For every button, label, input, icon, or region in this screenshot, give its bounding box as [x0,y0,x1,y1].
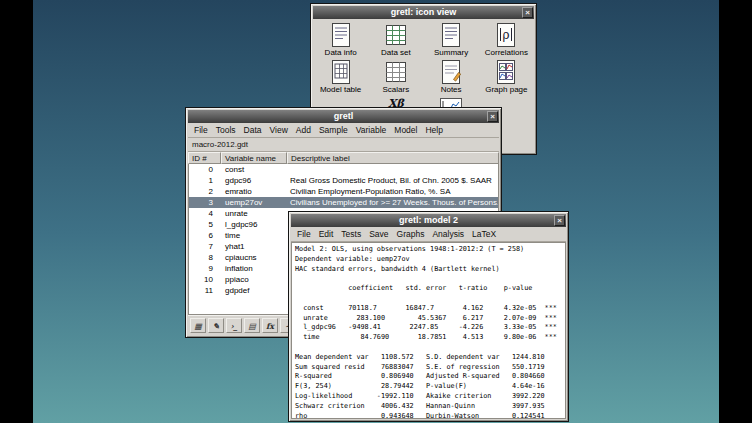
session-icon-label: Notes [441,85,462,94]
table-row-uemp27ov[interactable]: 3uemp27ovCivilians Unemployed for >= 27 … [189,197,498,208]
function-packages-icon[interactable]: fx [262,318,278,333]
main-menu-data[interactable]: Data [240,124,266,136]
session-icon-label: Model table [320,85,361,94]
main-menu-view[interactable]: View [266,124,292,136]
data-info-icon [330,22,352,48]
main-menu-variable[interactable]: Variable [352,124,391,136]
variable-list-header: ID # Variable name Descriptive label [188,152,499,164]
session-icon-correlations[interactable]: ρCorrelations [479,22,534,58]
main-window-title: gretl [334,110,354,123]
correlations-icon: ρ [495,22,517,48]
row-label [288,164,498,175]
row-id: 2 [189,186,222,197]
row-id: 5 [189,219,222,230]
row-name: ppiaco [222,274,288,285]
close-icon[interactable]: × [522,7,533,18]
row-name: gdpdef [222,285,288,296]
row-name: yhat1 [222,241,288,252]
close-icon[interactable]: × [487,111,498,122]
summary-icon [440,22,462,48]
session-icon-label: Correlations [485,48,528,57]
row-name: cpiaucns [222,252,288,263]
session-icon-notes[interactable]: Notes [424,59,479,95]
new-script-icon[interactable]: ✎ [208,318,224,333]
session-icon-label: Data set [381,48,411,57]
column-header-name[interactable]: Variable name [221,152,287,164]
screen: gretl: icon view × Data infoData setSumm… [0,0,752,423]
row-id: 3 [189,197,222,208]
session-icon-scalars[interactable]: Scalars [368,59,423,95]
model-menubar: FileEditTestsSaveGraphsAnalysisLaTeX [291,227,566,242]
row-id: 4 [189,208,222,219]
row-label: Civilian Employment-Population Ratio, %.… [288,186,498,197]
row-name: const [222,164,288,175]
row-label: Real Gross Domestic Product, Bil. of Chn… [288,175,498,186]
column-header-id[interactable]: ID # [188,152,221,164]
session-icon-graph-page[interactable]: Graph page [479,59,534,95]
row-id: 1 [189,175,222,186]
data-set-icon [385,22,407,48]
table-row-const[interactable]: 0const [189,164,498,175]
dataset-filename: macro-2012.gdt [188,138,499,152]
row-id: 9 [189,263,222,274]
row-name: gdpc96 [222,175,288,186]
session-icon-view-icon[interactable]: ▤ [244,318,260,333]
row-id: 11 [189,285,222,296]
console-icon[interactable]: ›_ [226,318,242,333]
session-icon-label: Graph page [485,85,527,94]
icon-view-title: gretl: icon view [391,6,457,19]
calculator-icon[interactable]: ▦ [190,318,206,333]
main-menu-tools[interactable]: Tools [212,124,240,136]
model-menu-file[interactable]: File [293,228,315,240]
session-icon-model-table[interactable]: Model table [313,59,368,95]
model-menu-analysis[interactable]: Analysis [428,228,468,240]
icon-view-titlebar[interactable]: gretl: icon view × [313,6,534,19]
close-icon[interactable]: × [554,215,565,226]
table-row-gdpc96[interactable]: 1gdpc96Real Gross Domestic Product, Bil.… [189,175,498,186]
session-icon-summary[interactable]: Summary [424,22,479,58]
row-label: Civilians Unemployed for >= 27 Weeks. Th… [288,197,498,208]
row-id: 6 [189,230,222,241]
model-output[interactable]: Model 2: OLS, using observations 1948:1-… [291,242,566,419]
model-window: gretl: model 2 × FileEditTestsSaveGraphs… [288,211,569,422]
session-icon-label: Scalars [383,85,410,94]
row-name: uemp27ov [222,197,288,208]
model-menu-latex[interactable]: LaTeX [468,228,500,240]
row-name: time [222,230,288,241]
session-icon-data-info[interactable]: Data info [313,22,368,58]
row-id: 0 [189,164,222,175]
table-row-emratio[interactable]: 2emratioCivilian Employment-Population R… [189,186,498,197]
main-menubar: FileToolsDataViewAddSampleVariableModelH… [188,123,499,138]
session-icon-data-set[interactable]: Data set [368,22,423,58]
model-menu-edit[interactable]: Edit [315,228,338,240]
row-name: unrate [222,208,288,219]
model-menu-tests[interactable]: Tests [337,228,365,240]
model-window-title: gretl: model 2 [399,214,458,227]
main-menu-file[interactable]: File [190,124,212,136]
session-icon-label: Summary [434,48,468,57]
model-menu-save[interactable]: Save [365,228,392,240]
row-id: 8 [189,252,222,263]
main-titlebar[interactable]: gretl × [188,110,499,123]
row-name: emratio [222,186,288,197]
scalars-icon [385,59,407,85]
row-id: 10 [189,274,222,285]
notes-icon [440,59,462,85]
svg-text:ρ: ρ [503,28,510,42]
column-header-label[interactable]: Descriptive label [287,152,499,164]
model-menu-graphs[interactable]: Graphs [393,228,429,240]
main-menu-help[interactable]: Help [421,124,446,136]
row-name: l_gdpc96 [222,219,288,230]
main-menu-model[interactable]: Model [390,124,421,136]
row-id: 7 [189,241,222,252]
session-icon-label: Data info [325,48,357,57]
model-table-icon [330,59,352,85]
graph-page-icon [495,59,517,85]
main-menu-sample[interactable]: Sample [315,124,352,136]
main-menu-add[interactable]: Add [292,124,315,136]
model-titlebar[interactable]: gretl: model 2 × [291,214,566,227]
row-name: inflation [222,263,288,274]
